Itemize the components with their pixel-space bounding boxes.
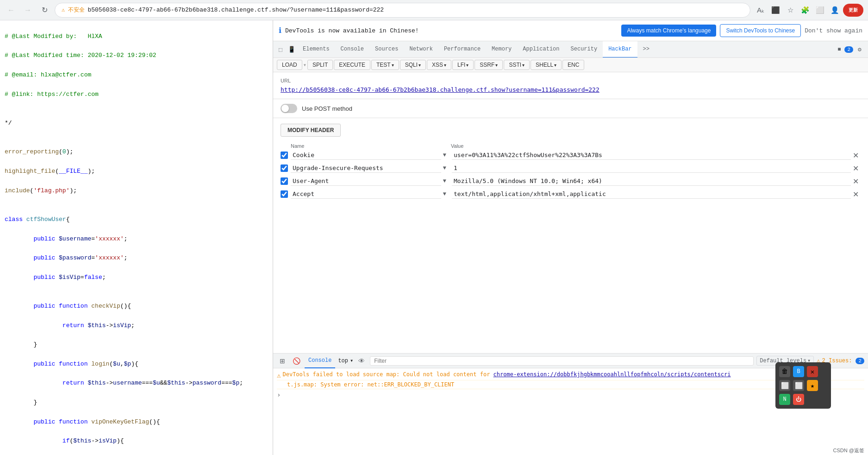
url-section: URL http://b5056038-ce8c-4797-ab66-67b2b… bbox=[273, 72, 868, 99]
cookie-dropdown-arrow[interactable]: ▼ bbox=[441, 152, 448, 158]
load-button[interactable]: LOAD bbox=[277, 60, 302, 70]
header-row-accept: ▼ ✕ bbox=[281, 190, 861, 199]
tab-performance[interactable]: Performance bbox=[438, 41, 486, 58]
xss-button[interactable]: XSS ▾ bbox=[427, 60, 451, 70]
console-filter-input[interactable] bbox=[370, 356, 754, 366]
bookmark-icon[interactable]: ☆ bbox=[784, 4, 797, 17]
console-tab[interactable]: Console bbox=[305, 354, 335, 368]
notification-text: DevTools is now available in Chinese! bbox=[285, 27, 618, 34]
upgrade-name-input[interactable] bbox=[291, 164, 441, 173]
tab-security[interactable]: Security bbox=[565, 41, 603, 58]
ssti-button[interactable]: SSTI ▾ bbox=[504, 60, 530, 70]
cookie-value-input[interactable] bbox=[452, 151, 851, 160]
user-agent-name-input[interactable] bbox=[291, 177, 441, 186]
accept-dropdown-arrow[interactable]: ▼ bbox=[441, 191, 448, 197]
inspect-icon[interactable]: ⬚ bbox=[275, 41, 286, 58]
tray-icon-3[interactable]: ✕ bbox=[807, 366, 818, 377]
tray-icon-4[interactable]: ⬜ bbox=[779, 380, 790, 391]
ssrf-button[interactable]: SSRF ▾ bbox=[475, 60, 503, 70]
upgrade-checkbox[interactable] bbox=[281, 164, 288, 172]
header-row-upgrade: ▼ ✕ bbox=[281, 164, 861, 173]
lfi-button[interactable]: LFI ▾ bbox=[452, 60, 474, 70]
back-button[interactable]: ← bbox=[5, 4, 18, 17]
name-column-label: Name bbox=[291, 143, 448, 149]
tray-icon-bluetooth[interactable]: B bbox=[793, 366, 804, 377]
context-dropdown-arrow[interactable]: ▾ bbox=[350, 357, 353, 364]
tray-icon-8[interactable]: ⏻ bbox=[793, 394, 804, 405]
tab-console[interactable]: Console bbox=[335, 41, 369, 58]
accept-value-cell: ✕ bbox=[452, 190, 861, 199]
tab-elements[interactable]: Elements bbox=[297, 41, 335, 58]
tray-icon-7[interactable]: N bbox=[779, 394, 790, 405]
device-icon[interactable]: 📱 bbox=[286, 41, 297, 58]
profile-button[interactable]: 更新 bbox=[843, 4, 863, 17]
cookie-name-input[interactable] bbox=[291, 151, 441, 160]
execute-button[interactable]: EXECUTE bbox=[334, 60, 370, 70]
upgrade-value-cell: ✕ bbox=[452, 164, 861, 173]
user-agent-delete-button[interactable]: ✕ bbox=[851, 177, 861, 186]
extension2-icon[interactable]: ⬜ bbox=[813, 4, 826, 17]
toggle-knob bbox=[281, 105, 289, 112]
upgrade-value-input[interactable] bbox=[452, 164, 851, 173]
extension-puzzle-icon[interactable]: 🧩 bbox=[799, 4, 812, 17]
shell-button[interactable]: SHELL ▾ bbox=[531, 60, 562, 70]
system-tray-overlay: 🗑 B ✕ ⬜ ⬜ ★ N ⏻ bbox=[775, 362, 831, 409]
tab-network[interactable]: Network bbox=[404, 41, 438, 58]
prompt-arrow: › bbox=[277, 391, 281, 398]
test-button[interactable]: TEST ▾ bbox=[371, 60, 399, 70]
eye-icon[interactable]: 👁 bbox=[356, 355, 367, 367]
accept-delete-button[interactable]: ✕ bbox=[851, 190, 861, 199]
console-sidebar-icon[interactable]: ⊞ bbox=[277, 355, 288, 367]
match-language-button[interactable]: Always match Chrome's language bbox=[621, 25, 716, 37]
sqli-button[interactable]: SQLI ▾ bbox=[400, 60, 426, 70]
upgrade-row-inner: ▼ ✕ bbox=[291, 164, 861, 173]
post-toggle-label: Use POST method bbox=[302, 105, 352, 112]
context-selector[interactable]: top ▾ bbox=[338, 357, 353, 364]
upgrade-delete-button[interactable]: ✕ bbox=[851, 164, 861, 173]
error-link[interactable]: chrome-extension://dobbfkjhgbkmmcooahlnl… bbox=[493, 371, 731, 378]
tray-icon-5[interactable]: ⬜ bbox=[793, 380, 804, 391]
split-button[interactable]: SPLIT bbox=[307, 60, 333, 70]
upgrade-dropdown-arrow[interactable]: ▼ bbox=[441, 165, 448, 171]
post-toggle-row: Use POST method bbox=[273, 99, 868, 118]
address-bar[interactable]: ⚠ 不安全 b5056038-ce8c-4797-ab66-67b2b6bae3… bbox=[55, 3, 750, 18]
cookie-checkbox[interactable] bbox=[281, 152, 288, 159]
tab-sources[interactable]: Sources bbox=[369, 41, 404, 58]
header-labels-row: Name Value bbox=[281, 143, 861, 149]
tab-application[interactable]: Application bbox=[517, 41, 565, 58]
account-icon[interactable]: 👤 bbox=[828, 4, 841, 17]
modify-header-button[interactable]: MODIFY HEADER bbox=[281, 124, 341, 137]
tray-icon-1[interactable]: 🗑 bbox=[779, 366, 790, 377]
status-bar: CSDN @返签 bbox=[830, 446, 868, 455]
devtools-settings-icon[interactable]: ⚙ bbox=[853, 43, 866, 56]
user-agent-dropdown-arrow[interactable]: ▼ bbox=[441, 178, 448, 184]
dont-show-link[interactable]: Don't show again bbox=[805, 27, 862, 34]
screenshot-icon[interactable]: ⬛ bbox=[769, 4, 782, 17]
cookie-delete-button[interactable]: ✕ bbox=[851, 151, 861, 160]
tray-icon-6[interactable]: ★ bbox=[807, 380, 818, 391]
value-column-label: Value bbox=[451, 143, 861, 149]
accept-name-input[interactable] bbox=[291, 190, 441, 199]
enc-button[interactable]: ENC bbox=[562, 60, 584, 70]
user-agent-value-input[interactable] bbox=[452, 177, 851, 186]
accept-checkbox[interactable] bbox=[281, 190, 288, 198]
devtools-tabs: ⬚ 📱 Elements Console Sources Network Per… bbox=[273, 41, 868, 58]
console-clear-icon[interactable]: 🚫 bbox=[291, 355, 302, 367]
toolbar-icons: Aₖ ⬛ ☆ 🧩 ⬜ 👤 更新 bbox=[754, 4, 863, 17]
user-agent-row-inner: ▼ ✕ bbox=[291, 177, 861, 186]
forward-button[interactable]: → bbox=[21, 4, 34, 17]
post-method-toggle[interactable] bbox=[281, 104, 297, 113]
modify-header-section: MODIFY HEADER Name Value ▼ bbox=[273, 118, 868, 353]
refresh-button[interactable]: ↻ bbox=[38, 4, 51, 17]
tab-memory[interactable]: Memory bbox=[486, 41, 517, 58]
switch-devtools-button[interactable]: Switch DevTools to Chinese bbox=[720, 24, 801, 37]
cookie-name-cell: ▼ bbox=[291, 151, 448, 160]
info-icon: ℹ bbox=[279, 26, 281, 35]
accept-value-input[interactable] bbox=[452, 190, 851, 199]
tab-hackbar[interactable]: HackBar bbox=[603, 41, 637, 58]
tab-more[interactable]: >> bbox=[637, 41, 655, 58]
accept-name-cell: ▼ bbox=[291, 190, 448, 199]
translate-icon[interactable]: Aₖ bbox=[754, 4, 767, 17]
user-agent-checkbox[interactable] bbox=[281, 177, 288, 185]
warning-icon: ⚠ bbox=[277, 372, 281, 379]
